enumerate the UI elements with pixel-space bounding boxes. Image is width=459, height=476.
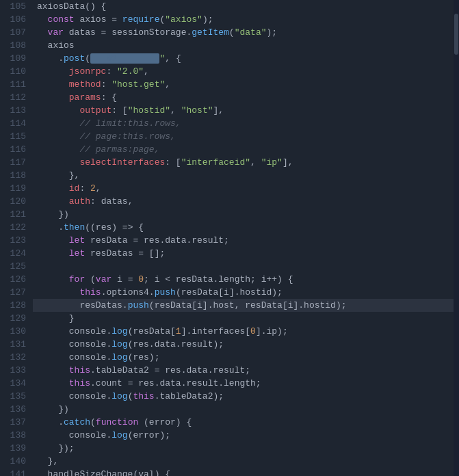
token-num: 0 xyxy=(138,274,144,285)
token-plain: , { xyxy=(165,53,181,64)
token-plain: ], xyxy=(213,105,224,116)
code-line-113: output: ["hostid", "host"], xyxy=(33,104,459,117)
code-line-109: .post( 92 ", { xyxy=(33,52,459,65)
line-number-131: 131 xyxy=(5,338,26,351)
token-str: "host" xyxy=(181,105,213,116)
token-str: "hostid" xyxy=(128,105,170,116)
token-plain xyxy=(37,274,69,285)
line-number-115: 115 xyxy=(5,130,26,143)
code-line-128: resDatas.push(resData[i].host, resData[i… xyxy=(33,299,459,312)
token-plain: : [ xyxy=(165,157,181,168)
code-line-111: method: "host.get", xyxy=(33,78,459,91)
line-number-118: 118 xyxy=(5,169,26,182)
code-line-139: }); xyxy=(33,442,459,455)
line-number-139: 139 xyxy=(5,442,26,455)
token-plain: .tableData2 = res.data.result; xyxy=(90,365,250,375)
token-plain: (error); xyxy=(128,430,170,440)
token-str: "host.get" xyxy=(112,79,165,90)
line-number-109: 109 xyxy=(5,52,26,65)
token-kw: let xyxy=(69,248,85,259)
line-number-140: 140 xyxy=(5,455,26,468)
code-editor: 1051061071081091101111121131141151161171… xyxy=(0,0,459,476)
token-plain: resDatas = []; xyxy=(85,248,165,259)
line-number-107: 107 xyxy=(5,26,26,39)
line-number-117: 117 xyxy=(5,156,26,169)
code-line-126: for (var i = 0; i < resData.length; i++)… xyxy=(33,273,459,286)
scrollbar[interactable] xyxy=(454,0,459,476)
code-line-124: let resDatas = []; xyxy=(33,247,459,260)
token-plain: ( xyxy=(85,274,96,285)
code-line-127: this.options4.push(resData[i].hostid); xyxy=(33,286,459,299)
line-number-108: 108 xyxy=(5,39,26,52)
token-plain: (res); xyxy=(128,352,160,362)
token-plain xyxy=(37,196,69,207)
code-line-116: // parmas:page, xyxy=(33,143,459,156)
line-number-138: 138 xyxy=(5,429,26,442)
token-prop: output xyxy=(79,105,112,116)
line-number-121: 121 xyxy=(5,208,26,221)
token-prop: jsonrpc xyxy=(69,66,107,77)
token-plain: ); xyxy=(266,27,277,38)
code-line-136: }) xyxy=(33,403,459,416)
line-numbers: 1051061071081091101111121131141151161171… xyxy=(0,0,33,476)
code-line-105: axiosData() { xyxy=(33,0,459,13)
line-number-141: 141 xyxy=(5,468,26,476)
line-number-112: 112 xyxy=(5,91,26,104)
line-number-124: 124 xyxy=(5,247,26,260)
redacted-text: 92 xyxy=(90,53,159,64)
code-line-130: console.log(resData[1].interfaces[0].ip)… xyxy=(33,325,459,338)
token-plain xyxy=(37,79,69,90)
token-fn: log xyxy=(112,430,127,440)
token-plain: (error) { xyxy=(138,417,192,427)
token-fn: push xyxy=(155,287,176,298)
token-kw: var xyxy=(96,274,112,285)
code-line-108: axios xyxy=(33,39,459,52)
token-fn: log xyxy=(112,326,127,336)
token-plain: .tableData2); xyxy=(155,391,224,401)
code-line-132: console.log(res); xyxy=(33,351,459,364)
token-plain: } xyxy=(37,313,75,323)
token-plain: (resData[i].host, resData[i].hostid); xyxy=(149,300,347,310)
line-number-128: 128 xyxy=(5,299,26,312)
token-plain: console. xyxy=(37,430,112,440)
token-plain: }, xyxy=(37,456,58,466)
token-plain: (res.data.result); xyxy=(128,339,224,349)
token-plain: ; i < resData.length; i++) { xyxy=(144,274,293,285)
token-plain: i = xyxy=(112,274,138,285)
token-kw: this xyxy=(133,391,154,401)
code-line-107: var datas = sessionStorage.getItem("data… xyxy=(33,26,459,39)
line-number-135: 135 xyxy=(5,390,26,403)
token-plain: : { xyxy=(101,92,117,103)
token-plain xyxy=(37,92,69,103)
line-number-125: 125 xyxy=(5,260,26,273)
token-prop: auth xyxy=(69,196,90,207)
token-prop: method xyxy=(69,79,101,90)
token-plain: . xyxy=(37,222,64,233)
code-line-118: }, xyxy=(33,169,459,182)
token-prop: id xyxy=(69,183,80,194)
code-line-121: }) xyxy=(33,208,459,221)
token-plain: console. xyxy=(37,391,112,401)
token-plain xyxy=(37,248,69,259)
code-line-123: let resData = res.data.result; xyxy=(33,234,459,247)
token-str: "ip" xyxy=(261,157,283,168)
token-plain xyxy=(37,105,79,116)
token-num: 2 xyxy=(90,183,96,194)
token-plain: ].ip); xyxy=(256,326,288,336)
line-number-136: 136 xyxy=(5,403,26,416)
code-content[interactable]: axiosData() { const axios = require("axi… xyxy=(33,0,459,476)
line-number-127: 127 xyxy=(5,286,26,299)
token-plain xyxy=(37,27,48,38)
token-kw: this xyxy=(79,287,101,298)
token-num: 1 xyxy=(176,326,181,336)
token-plain: ].interfaces[ xyxy=(181,326,250,336)
token-plain: console. xyxy=(37,339,112,349)
token-plain xyxy=(37,183,69,194)
token-cm: // parmas:page, xyxy=(37,144,159,155)
token-plain: , xyxy=(170,105,181,116)
token-plain: : xyxy=(79,183,90,194)
scrollbar-thumb[interactable] xyxy=(454,14,458,55)
token-str: "axios" xyxy=(165,14,202,25)
token-plain: }) xyxy=(37,404,69,414)
line-number-113: 113 xyxy=(5,104,26,117)
